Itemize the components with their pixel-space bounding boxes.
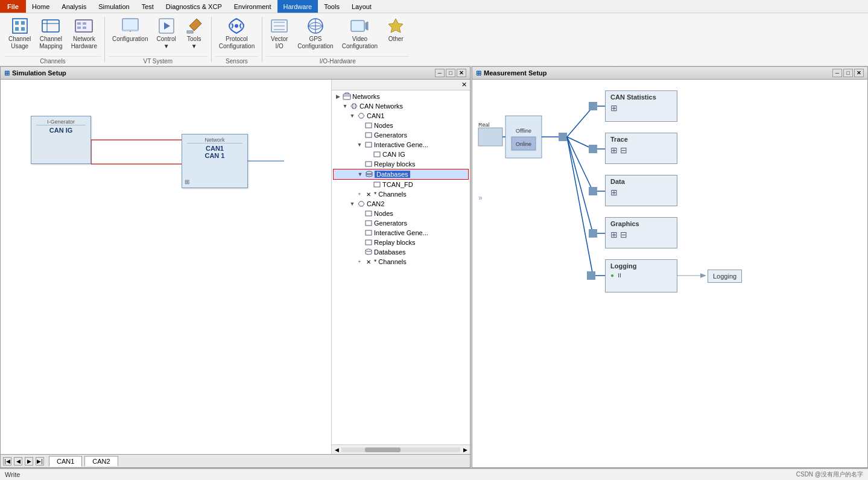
- scroll-right-btn[interactable]: ▶: [460, 447, 470, 453]
- ribbon-group-channels: ChannelUsage ChannelMapping NetworkHardw…: [2, 14, 103, 65]
- tree-item-replay-blocks2[interactable]: Replay blocks: [333, 238, 469, 247]
- tree-icon-replay-blocks: [364, 160, 373, 168]
- ribbon-btn-configuration[interactable]: Configuration: [109, 14, 151, 45]
- tree-item-replay-blocks[interactable]: Replay blocks: [333, 159, 469, 169]
- meas-block-trace[interactable]: Trace ⊞ ⊟: [605, 133, 677, 164]
- tree-item-databases2[interactable]: Databases: [333, 247, 469, 257]
- tree-close-btn[interactable]: ✕: [460, 81, 469, 89]
- ribbon-btn-channel-usage[interactable]: ChannelUsage: [5, 14, 34, 52]
- network-hardware-label: NetworkHardware: [71, 36, 97, 50]
- sim-tab-can2[interactable]: CAN2: [84, 456, 118, 466]
- menu-file[interactable]: File: [0, 0, 26, 13]
- ribbon-btn-tools-vt[interactable]: Tools▼: [181, 14, 207, 52]
- sim-tab-can1[interactable]: CAN1: [49, 456, 82, 467]
- menu-simulation[interactable]: Simulation: [92, 0, 135, 13]
- menu-environment[interactable]: Environment: [228, 0, 277, 13]
- network-name1: CAN1: [187, 145, 242, 152]
- canvas-block-network[interactable]: Network CAN1 CAN 1 ⊞: [182, 134, 248, 188]
- tab-nav-next[interactable]: ▶: [25, 457, 33, 466]
- meas-close-btn[interactable]: ✕: [854, 69, 864, 77]
- tab-nav-buttons: |◀ ◀ ▶ ▶|: [1, 455, 46, 468]
- sim-close-btn[interactable]: ✕: [457, 69, 466, 77]
- sim-minimize-btn[interactable]: ─: [435, 69, 445, 77]
- vector-io-label: VectorI/O: [271, 36, 288, 50]
- logging-title: Logging: [610, 262, 672, 270]
- tab-nav-first[interactable]: |◀: [3, 457, 11, 466]
- tree-label-databases2: Databases: [374, 248, 406, 256]
- io-group-label: I/O-Hardware: [266, 56, 409, 65]
- tree-label-interactive-gen1: Interactive Gene...: [374, 141, 428, 148]
- meas-block-can-statistics[interactable]: CAN Statistics ⊞: [605, 90, 677, 122]
- tree-item-can2[interactable]: ▼ CAN2: [333, 199, 469, 209]
- canvas-block-igenerator[interactable]: I-Generator CAN IG: [31, 116, 91, 164]
- tree-item-generators2[interactable]: Generators: [333, 218, 469, 228]
- meas-block-data[interactable]: Data ⊞: [605, 175, 677, 206]
- tree-expander-interactive-gen1[interactable]: ▼: [356, 142, 363, 148]
- menu-test[interactable]: Test: [136, 0, 160, 13]
- data-icon1: ⊞: [610, 188, 618, 197]
- tree-item-databases[interactable]: ▼ Databases: [333, 169, 469, 180]
- tree-item-interactive-gen1[interactable]: ▼ Interactive Gene...: [333, 140, 469, 150]
- tree-item-generators[interactable]: Generators: [333, 130, 469, 140]
- ribbon-btn-other[interactable]: Other: [382, 14, 409, 45]
- video-config-label: VideoConfiguration: [342, 36, 378, 50]
- tree-item-interactive-gen2[interactable]: Interactive Gene...: [333, 228, 469, 238]
- ribbon-btn-vector-io[interactable]: VectorI/O: [266, 14, 293, 52]
- tree-item-can-networks[interactable]: ▼ CAN Networks: [333, 101, 469, 111]
- tree-item-can1[interactable]: ▼ CAN1: [333, 111, 469, 121]
- tree-scrollbar-h[interactable]: ◀ ▶: [332, 444, 470, 454]
- tree-item-tcan-fd[interactable]: TCAN_FD: [333, 180, 469, 189]
- svg-point-15: [130, 31, 131, 32]
- tree-expander-networks[interactable]: ▶: [334, 93, 341, 99]
- menu-tools[interactable]: Tools: [318, 0, 346, 13]
- ribbon-btn-network-hardware[interactable]: NetworkHardware: [68, 14, 101, 52]
- tree-item-channels1[interactable]: + ✕ * Channels: [333, 189, 469, 199]
- ribbon-btn-video-config[interactable]: VideoConfiguration: [338, 14, 381, 52]
- tree-item-nodes2[interactable]: Nodes: [333, 209, 469, 218]
- ribbon-btn-channel-mapping[interactable]: ChannelMapping: [36, 14, 66, 52]
- vt-group-label: VT System: [109, 56, 207, 65]
- menu-hardware[interactable]: Hardware: [277, 0, 318, 13]
- meas-block-graphics[interactable]: Graphics ⊞ ⊟: [605, 217, 677, 248]
- svg-rect-10: [83, 22, 86, 25]
- tree-item-nodes[interactable]: Nodes: [333, 121, 469, 130]
- meas-window-controls: ─ □ ✕: [832, 69, 864, 77]
- tree-item-channels2[interactable]: + ✕ * Channels: [333, 257, 469, 267]
- svg-rect-62: [589, 145, 597, 153]
- ribbon-sep-3: [262, 17, 262, 62]
- tree-expander-can-networks[interactable]: ▼: [341, 103, 349, 109]
- tree-view[interactable]: ▶ Networks ▼ CAN Networks: [332, 90, 470, 268]
- tab-nav-last[interactable]: ▶|: [36, 457, 44, 466]
- tree-expander-databases[interactable]: ▼: [356, 171, 364, 177]
- tree-label-tcan-fd: TCAN_FD: [382, 181, 413, 188]
- meas-maximize-btn[interactable]: □: [843, 69, 853, 77]
- meas-block-logging[interactable]: Logging ● ⏸: [605, 259, 677, 292]
- menu-analysis[interactable]: Analysis: [55, 0, 92, 13]
- tree-item-networks[interactable]: ▶ Networks: [333, 92, 469, 101]
- other-label: Other: [388, 36, 404, 43]
- logging-output-block[interactable]: Logging: [708, 270, 742, 283]
- menu-home[interactable]: Home: [26, 0, 55, 13]
- tree-item-can-ig[interactable]: CAN IG: [333, 150, 469, 159]
- ribbon-btn-protocol-config[interactable]: ProtocolConfiguration: [215, 14, 258, 52]
- ribbon-btn-control[interactable]: Control▼: [153, 14, 179, 52]
- svg-rect-41: [366, 162, 372, 166]
- tree-expander-channels2[interactable]: +: [356, 259, 363, 265]
- tree-expander-can2[interactable]: ▼: [349, 201, 356, 207]
- svg-marker-28: [366, 22, 368, 30]
- svg-rect-39: [366, 142, 372, 147]
- tree-expander-can1[interactable]: ▼: [349, 113, 356, 119]
- logging-dot-icon: ●: [610, 272, 614, 279]
- meas-minimize-btn[interactable]: ─: [832, 69, 842, 77]
- tree-label-can-networks: CAN Networks: [360, 103, 403, 110]
- tab-nav-prev[interactable]: ◀: [14, 457, 22, 466]
- tree-icon-channels1: ✕: [364, 190, 373, 198]
- scroll-left-btn[interactable]: ◀: [332, 447, 341, 453]
- ribbon-btn-gps-config[interactable]: GPSConfiguration: [294, 14, 337, 52]
- sim-maximize-btn[interactable]: □: [446, 69, 455, 77]
- tools-vt-icon: [185, 16, 204, 36]
- svg-rect-11: [77, 27, 81, 29]
- tree-expander-channels1[interactable]: +: [356, 191, 363, 197]
- menu-layout[interactable]: Layout: [346, 0, 378, 13]
- menu-diagnostics[interactable]: Diagnostics & XCP: [160, 0, 228, 13]
